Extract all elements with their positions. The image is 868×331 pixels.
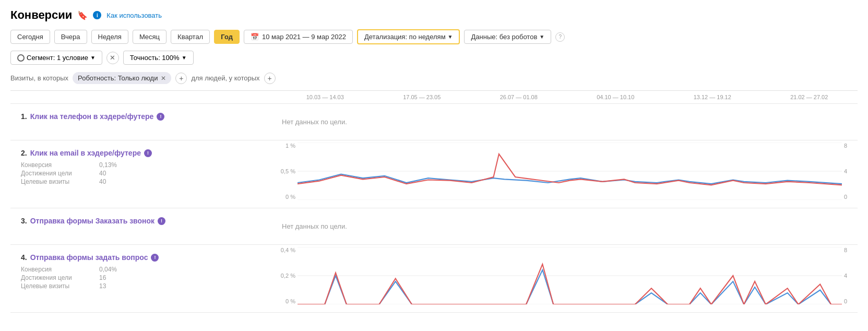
- achievement-label-4: Достижения цели: [21, 274, 89, 281]
- date-range-label: 10 мар 2021 — 9 мар 2022: [262, 33, 346, 41]
- segment-button[interactable]: Сегмент: 1 условие ▼: [10, 51, 102, 65]
- data-button[interactable]: Данные: без роботов ▼: [464, 30, 551, 44]
- goal-section-4: 4. Отправка формы задать вопрос ! Конвер…: [10, 245, 858, 313]
- chevron-down-icon: ▼: [448, 34, 453, 40]
- goal-left-3: 3. Отправка формы Заказать звонок !: [10, 208, 277, 244]
- people-label: для людей, у которых: [191, 74, 259, 82]
- filter-tag: Роботность: Только люди ✕: [73, 72, 171, 84]
- page-title: Конверсии: [10, 8, 72, 22]
- goal-stats-2: Конверсия 0,13% Достижения цели 40 Целев…: [21, 161, 266, 185]
- goal-left-4: 4. Отправка формы задать вопрос ! Конвер…: [10, 245, 277, 312]
- achievement-label-2: Достижения цели: [21, 170, 89, 177]
- accuracy-label: Точность: 100%: [130, 54, 180, 62]
- goal-stat-conversion-2: Конверсия 0,13%: [21, 161, 266, 169]
- achievement-value-4: 16: [99, 274, 106, 281]
- goal-name-3[interactable]: Отправка формы Заказать звонок: [30, 217, 154, 225]
- goal-stat-achievement-2: Достижения цели 40: [21, 170, 266, 177]
- visits-value-2: 40: [99, 178, 106, 185]
- y-right-bot-4: 0: [844, 298, 847, 304]
- y-right-mid-2: 4: [844, 168, 847, 174]
- detail-label: Детализация: по неделям: [364, 33, 446, 41]
- timeline-label-5: 13.12 — 19.12: [664, 94, 761, 100]
- visits-label: Визиты, в которых: [10, 74, 68, 82]
- goal-name-4[interactable]: Отправка формы задать вопрос: [30, 253, 148, 262]
- chevron-down-icon-2: ▼: [539, 34, 544, 40]
- accuracy-chevron-icon: ▼: [182, 55, 187, 61]
- period-year[interactable]: Год: [214, 30, 240, 44]
- goal-info-icon-1[interactable]: !: [157, 113, 164, 121]
- no-data-text-3: Нет данных по цели.: [282, 222, 347, 230]
- goal-right-3: Нет данных по цели.: [277, 208, 858, 244]
- y-left-top-2: 1 %: [286, 143, 295, 149]
- period-week[interactable]: Неделя: [91, 30, 128, 44]
- period-today[interactable]: Сегодня: [10, 30, 50, 44]
- y-left-bot-4: 0 %: [286, 298, 295, 304]
- filter-tag-text: Роботность: Только люди: [78, 74, 158, 82]
- goal-right-4: 0,4 % 0,2 % 0 %: [277, 245, 858, 312]
- add-people-filter-button[interactable]: +: [264, 73, 276, 84]
- period-yesterday[interactable]: Вчера: [54, 30, 87, 44]
- segment-close-button[interactable]: ✕: [106, 52, 119, 64]
- goal-number-3: 3.: [21, 217, 27, 225]
- conversion-value-4: 0,04%: [99, 266, 117, 273]
- how-to-use-link[interactable]: Как использовать: [106, 11, 162, 19]
- goal-info-icon-3[interactable]: !: [158, 217, 165, 225]
- chart-4: 0,4 % 0,2 % 0 %: [277, 247, 858, 304]
- achievement-value-2: 40: [99, 170, 106, 177]
- bookmark-icon[interactable]: 🔖: [77, 10, 88, 20]
- goal-section-2: 2. Клик на email в хэдере/футере ! Конве…: [10, 140, 858, 208]
- segment-chevron-icon: ▼: [90, 55, 96, 61]
- add-filter-button[interactable]: +: [175, 73, 187, 84]
- goal-stat-achievement-4: Достижения цели 16: [21, 274, 266, 281]
- timeline-label-1: 10.03 — 14.03: [277, 94, 374, 100]
- date-range-button[interactable]: 📅 10 мар 2021 — 9 мар 2022: [244, 30, 353, 44]
- period-month[interactable]: Месяц: [133, 30, 167, 44]
- goal-right-2: 1 % 0,5 % 0 %: [277, 140, 858, 208]
- chart-svg-2: [298, 143, 842, 200]
- timeline-label-6: 21.02 — 27.02: [761, 94, 858, 100]
- y-right-top-4: 8: [844, 247, 847, 253]
- conversion-label-4: Конверсия: [21, 266, 89, 273]
- goal-title-2: 2. Клик на email в хэдере/футере !: [21, 149, 266, 157]
- y-left-mid-2: 0,5 %: [281, 168, 295, 174]
- goal-title-1: 1. Клик на телефон в хэдере/футере !: [21, 112, 266, 121]
- chart-2: 1 % 0,5 % 0 %: [277, 143, 858, 200]
- timeline-label-2: 17.05 — 23.05: [374, 94, 471, 100]
- goal-title-4: 4. Отправка формы задать вопрос !: [21, 253, 266, 262]
- period-quarter[interactable]: Квартал: [171, 30, 210, 44]
- goal-right-1: Нет данных по цели.: [277, 104, 858, 140]
- y-left-bot-2: 0 %: [286, 194, 295, 200]
- conversion-label-2: Конверсия: [21, 161, 89, 169]
- chart-svg-container-4: [298, 247, 842, 304]
- goal-name-1[interactable]: Клик на телефон в хэдере/футере: [30, 112, 154, 121]
- how-to-use-info-icon: i: [93, 11, 101, 19]
- segment-label: Сегмент: 1 условие: [27, 54, 88, 62]
- y-right-bot-2: 0: [844, 194, 847, 200]
- goal-name-2[interactable]: Клик на email в хэдере/футере: [30, 149, 141, 157]
- y-axis-left-2: 1 % 0,5 % 0 %: [277, 143, 298, 200]
- accuracy-button[interactable]: Точность: 100% ▼: [123, 51, 194, 65]
- no-data-text-1: Нет данных по цели.: [282, 118, 347, 126]
- visits-value-4: 13: [99, 282, 106, 290]
- goal-section-1: 1. Клик на телефон в хэдере/футере ! Нет…: [10, 104, 858, 140]
- goal-info-icon-2[interactable]: !: [144, 149, 152, 157]
- data-label: Данные: без роботов: [471, 33, 537, 41]
- segment-icon: [17, 54, 25, 62]
- toolbar-info-button[interactable]: ?: [555, 32, 565, 42]
- page: Конверсии 🔖 i Как использовать Сегодня В…: [0, 0, 868, 331]
- filter-tag-close-icon[interactable]: ✕: [161, 75, 166, 82]
- goal-info-icon-4[interactable]: !: [151, 254, 159, 262]
- timeline-label-3: 26.07 — 01.08: [470, 94, 567, 100]
- y-axis-left-4: 0,4 % 0,2 % 0 %: [277, 247, 298, 304]
- conversion-value-2: 0,13%: [99, 161, 117, 169]
- header-row: Конверсии 🔖 i Как использовать: [10, 8, 858, 22]
- visits-label-4: Целевые визиты: [21, 282, 89, 290]
- detail-button[interactable]: Детализация: по неделям ▼: [357, 29, 460, 44]
- y-right-mid-4: 4: [844, 273, 847, 279]
- goal-stat-visits-2: Целевые визиты 40: [21, 178, 266, 185]
- segment-row: Сегмент: 1 условие ▼ ✕ Точность: 100% ▼: [10, 51, 858, 65]
- y-left-mid-4: 0,2 %: [281, 273, 295, 279]
- goal-stats-4: Конверсия 0,04% Достижения цели 16 Целев…: [21, 266, 266, 290]
- goal-number-1: 1.: [21, 112, 27, 121]
- chart-timeline: 10.03 — 14.03 17.05 — 23.05 26.07 — 01.0…: [10, 91, 858, 104]
